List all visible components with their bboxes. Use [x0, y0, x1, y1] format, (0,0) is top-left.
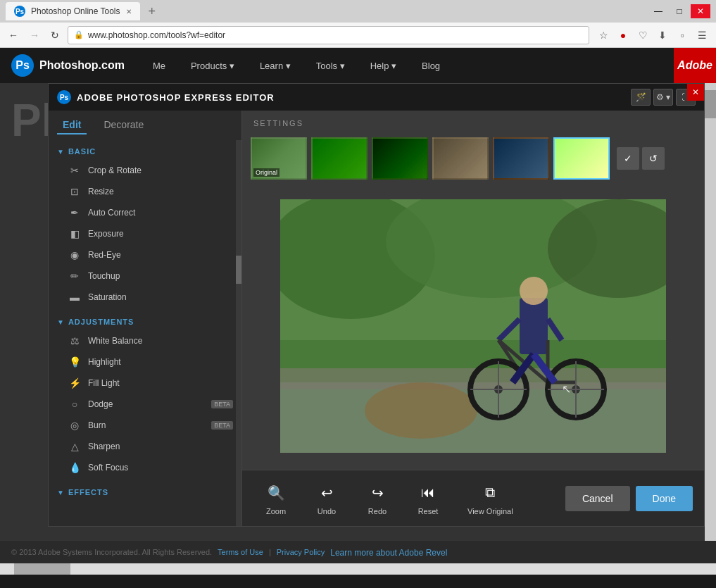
back-button[interactable]: ← — [6, 27, 21, 44]
view-original-label: View Original — [467, 507, 513, 515]
addon-icon1[interactable]: ● — [615, 27, 632, 44]
sharpen-icon: △ — [68, 440, 81, 453]
new-tab-button[interactable]: + — [146, 4, 159, 19]
effects-title: EFFECTS — [68, 488, 108, 496]
nav-me[interactable]: Me — [142, 55, 177, 77]
footer-terms-link[interactable]: Terms of Use — [218, 548, 263, 556]
undo-icon: ↩ — [315, 482, 338, 504]
white-balance-item[interactable]: ⚖ White Balance — [49, 330, 241, 351]
refresh-button[interactable]: ↻ — [48, 27, 62, 44]
settings-label: SETTINGS — [253, 119, 303, 127]
zoom-label: Zoom — [266, 507, 286, 515]
basic-section: ▼ BASIC ✂ Crop & Rotate ⊡ Resize — [49, 140, 241, 311]
thumbnail-original-label: Original — [253, 168, 280, 177]
modal-wand-button[interactable]: 🪄 — [631, 89, 651, 106]
forward-button[interactable]: → — [27, 27, 42, 44]
effects-section-header[interactable]: ▼ EFFECTS — [49, 484, 241, 501]
burn-icon: ◎ — [68, 419, 81, 432]
thumb-cancel-button[interactable]: ↺ — [642, 147, 665, 170]
reset-label: Reset — [418, 507, 439, 515]
edit-tab[interactable]: Edit — [57, 116, 87, 135]
url-lock-icon: 🔒 — [74, 30, 84, 39]
adobe-text: Adobe — [677, 59, 712, 72]
adjustments-title: ADJUSTMENTS — [68, 318, 134, 326]
zoom-button[interactable]: 🔍 Zoom — [253, 476, 299, 521]
thumbnail-4[interactable] — [432, 137, 489, 180]
sharpen-item[interactable]: △ Sharpen — [49, 436, 241, 457]
view-original-button[interactable]: ⧉ View Original — [456, 476, 525, 521]
auto-correct-item[interactable]: ✒ Auto Correct — [49, 202, 241, 223]
browser-tab[interactable]: Ps Photoshop Online Tools ✕ — [6, 2, 140, 20]
thumbnail-original[interactable]: Original — [251, 137, 307, 180]
auto-correct-label: Auto Correct — [88, 208, 135, 218]
highlight-item[interactable]: 💡 Highlight — [49, 351, 241, 373]
modal-gear-button[interactable]: ⚙ ▾ — [653, 89, 673, 106]
thumbnail-3[interactable] — [372, 137, 428, 180]
dodge-item[interactable]: ○ Dodge BETA — [49, 394, 241, 415]
zoom-icon: 🔍 — [265, 482, 287, 504]
h-scroll-track[interactable] — [0, 563, 716, 575]
addon-icon4[interactable]: ▫ — [674, 27, 691, 44]
exposure-item[interactable]: ◧ Exposure — [49, 223, 241, 244]
footer-learn-more[interactable]: Learn more about Adobe Revel — [330, 548, 447, 558]
nav-help[interactable]: Help ▾ — [359, 55, 408, 77]
thumb-accept-button[interactable]: ✓ — [617, 147, 639, 170]
burn-item[interactable]: ◎ Burn BETA — [49, 415, 241, 436]
scroll-thumb[interactable] — [236, 256, 241, 284]
footer-privacy-link[interactable]: Privacy Policy — [277, 548, 325, 556]
cancel-button[interactable]: Cancel — [565, 486, 630, 511]
url-bar[interactable]: 🔒 www.photoshop.com/tools?wf=editor — [68, 26, 589, 44]
h-scroll-thumb[interactable] — [14, 563, 70, 575]
nav-blog[interactable]: Blog — [410, 55, 451, 77]
modal-close-button[interactable]: ✕ — [687, 84, 704, 101]
menu-icon[interactable]: ☰ — [693, 27, 710, 44]
thumbnail-6-active[interactable] — [553, 137, 610, 180]
thumb-controls: ✓ ↺ — [617, 147, 665, 170]
bookmark-icon[interactable]: ☆ — [595, 27, 612, 44]
site-logo[interactable]: Ps Photoshop.com — [11, 54, 125, 77]
done-button[interactable]: Done — [636, 486, 693, 511]
scroll-indicator[interactable] — [236, 140, 241, 526]
nav-products[interactable]: Products ▾ — [180, 55, 246, 77]
svg-rect-8 — [520, 298, 548, 354]
right-panel: SETTINGS Original — [242, 111, 704, 526]
close-button[interactable]: ✕ — [691, 4, 710, 18]
view-original-icon: ⧉ — [479, 482, 501, 504]
modal-header: Ps ADOBE PHOTOSHOP EXPRESS EDITOR 🪄 ⚙ ▾ … — [49, 84, 704, 111]
vertical-scrollbar[interactable] — [705, 83, 716, 541]
maximize-button[interactable]: □ — [670, 4, 689, 18]
modal-title: ADOBE PHOTOSHOP EXPRESS EDITOR — [77, 92, 275, 103]
bike-scene-svg: ↖ — [280, 199, 666, 453]
h-scrollbar[interactable] — [0, 563, 716, 575]
soft-focus-item[interactable]: 💧 Soft Focus — [49, 457, 241, 478]
edit-decorate-tabs: Edit Decorate — [49, 111, 241, 140]
touchup-item[interactable]: ✏ Touchup — [49, 265, 241, 287]
thumbnail-2[interactable] — [311, 137, 368, 180]
crop-rotate-item[interactable]: ✂ Crop & Rotate — [49, 160, 241, 181]
thumb2-img — [313, 139, 366, 178]
reset-button[interactable]: ⏮ Reset — [406, 476, 451, 521]
nav-learn[interactable]: Learn ▾ — [249, 55, 302, 77]
decorate-tab[interactable]: Decorate — [98, 116, 149, 135]
panel-scrollable[interactable]: ▼ BASIC ✂ Crop & Rotate ⊡ Resize — [49, 140, 241, 526]
saturation-item[interactable]: ▬ Saturation — [49, 287, 241, 308]
nav-tools[interactable]: Tools ▾ — [305, 55, 356, 77]
modal-logo: Ps — [57, 90, 71, 104]
red-eye-item[interactable]: ◉ Red-Eye — [49, 244, 241, 265]
undo-button[interactable]: ↩ Undo — [304, 476, 349, 521]
redo-button[interactable]: ↪ Redo — [355, 476, 400, 521]
addon-icon3[interactable]: ⬇ — [654, 27, 671, 44]
dodge-badge: BETA — [211, 400, 233, 408]
fill-light-item[interactable]: ⚡ Fill Light — [49, 373, 241, 394]
basic-section-header[interactable]: ▼ BASIC — [49, 143, 241, 160]
dodge-icon: ○ — [68, 398, 81, 411]
adjustments-section-header[interactable]: ▼ ADJUSTMENTS — [49, 313, 241, 330]
scroll-thumb-v[interactable] — [705, 90, 716, 118]
resize-item[interactable]: ⊡ Resize — [49, 181, 241, 202]
addon-icon2[interactable]: ♡ — [634, 27, 651, 44]
tab-close-icon[interactable]: ✕ — [126, 8, 132, 15]
thumbnail-5[interactable] — [493, 137, 549, 180]
reset-icon: ⏮ — [417, 482, 439, 504]
minimize-button[interactable]: — — [648, 4, 668, 18]
touchup-icon: ✏ — [68, 270, 81, 282]
